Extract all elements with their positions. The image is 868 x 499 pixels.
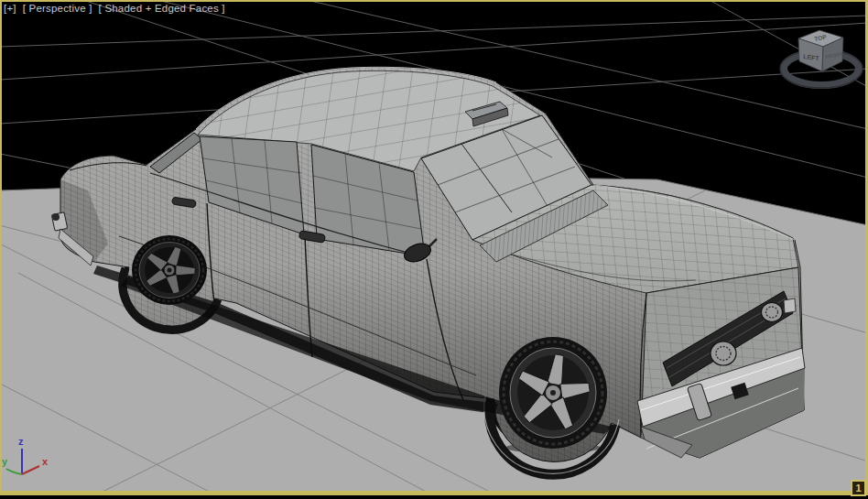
rear-wheel [132, 235, 207, 305]
headlight-left [711, 342, 736, 365]
axis-y-label: y [2, 456, 8, 467]
viewport-label: [+] [ Perspective ] [ Shaded + Edged Fac… [4, 3, 225, 14]
axis-x-label: x [42, 456, 49, 467]
headlight-right [762, 303, 783, 322]
tail-light [52, 213, 60, 221]
below-viewport-strip [0, 495, 868, 499]
viewport[interactable]: TOP LEFT FRONT z x y [+] [ Perspective ]… [0, 0, 868, 499]
viewport-shading-menu[interactable]: [ Shaded + Edged Faces ] [99, 3, 225, 14]
viewport-general-menu[interactable]: [+] [4, 3, 16, 14]
viewport-border-left [0, 0, 2, 495]
scene-svg: TOP LEFT FRONT z x y [0, 0, 868, 499]
status-indicator: 1 [851, 480, 866, 496]
front-wheel [499, 337, 607, 449]
axis-z-label: z [18, 436, 24, 447]
turn-signal [784, 298, 796, 313]
viewport-pov-menu[interactable]: [ Perspective ] [23, 3, 92, 14]
viewport-border-top [0, 0, 868, 2]
